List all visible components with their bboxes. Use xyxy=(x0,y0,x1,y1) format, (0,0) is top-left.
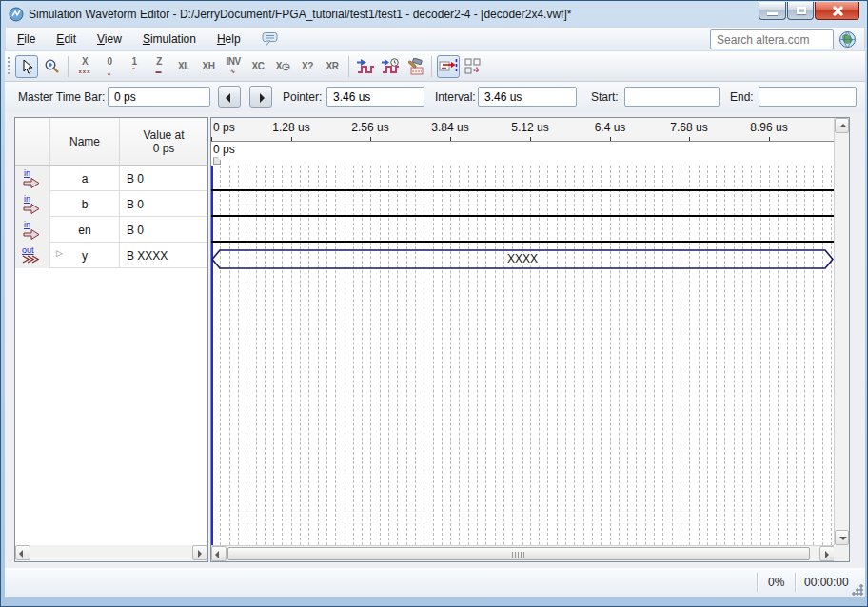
waveform-vertical-scrollbar[interactable] xyxy=(834,118,849,545)
grid-line xyxy=(699,166,700,545)
run-timing-simulation-button[interactable] xyxy=(379,55,402,78)
master-time-bar-input[interactable] xyxy=(108,87,210,107)
signal-row-b[interactable]: in b B 0 xyxy=(15,191,207,217)
time-bar-handle[interactable] xyxy=(213,157,221,165)
signal-row-en[interactable]: in en B 0 xyxy=(15,217,207,243)
svg-text:out: out xyxy=(22,245,34,255)
signal-row-y[interactable]: out ▷ y B XXXX xyxy=(15,243,207,268)
arbitrary-value-button[interactable]: XR xyxy=(321,55,344,78)
snap-to-grid-icon xyxy=(439,58,458,74)
signal-name[interactable]: ▷ y xyxy=(50,243,120,268)
signal-name[interactable]: en xyxy=(50,217,120,243)
count-value-button[interactable]: XC xyxy=(247,55,269,78)
menu-file[interactable]: File xyxy=(8,29,45,49)
toolbar-grip[interactable] xyxy=(8,57,10,76)
force-low-button[interactable]: 0⎵ xyxy=(98,55,121,78)
signal-value[interactable]: B XXXX xyxy=(120,243,207,268)
close-button[interactable] xyxy=(815,2,859,20)
waveform-b-low-line[interactable] xyxy=(211,215,834,217)
waveform-en-low-line[interactable] xyxy=(211,241,834,243)
invert-button[interactable]: INV∿ xyxy=(222,55,245,78)
resize-grip[interactable] xyxy=(851,583,863,596)
scrollbar-thumb[interactable] xyxy=(227,547,810,560)
grid-line xyxy=(760,166,761,545)
pointer-input[interactable] xyxy=(326,87,424,107)
table-horizontal-scrollbar[interactable] xyxy=(15,545,207,561)
force-unknown-button[interactable]: Xxxx xyxy=(73,55,96,78)
header-name[interactable]: Name xyxy=(50,118,120,166)
master-time-marker-label: 0 ps xyxy=(213,143,235,156)
grid-line xyxy=(681,166,681,545)
step-back-button[interactable] xyxy=(218,86,241,108)
scroll-left-button[interactable] xyxy=(15,545,30,560)
scroll-down-button[interactable] xyxy=(835,530,849,545)
weak-high-button[interactable]: XH xyxy=(197,55,220,78)
grid-line xyxy=(689,166,690,545)
grid-line xyxy=(724,166,725,545)
signal-table-panel: Name Value at 0 ps in a B 0 in xyxy=(14,117,208,562)
signal-value[interactable]: B 0 xyxy=(120,217,207,243)
force-high-impedance-button[interactable]: Z▬ xyxy=(148,55,170,78)
grid-line xyxy=(804,166,805,545)
selection-tool-button[interactable] xyxy=(15,55,38,78)
ruler-tick-label: 8.96 us xyxy=(750,121,787,134)
signal-row-a[interactable]: in a B 0 xyxy=(15,166,207,191)
start-label: Start: xyxy=(591,90,619,104)
grid-line xyxy=(353,166,354,545)
snap-to-grid-button[interactable] xyxy=(437,55,460,78)
overwrite-clock-button[interactable]: X◷ xyxy=(271,55,294,78)
signal-name[interactable]: a xyxy=(50,166,120,191)
grid-line xyxy=(512,166,513,545)
grid-line xyxy=(229,166,230,545)
signal-name[interactable]: b xyxy=(50,191,120,217)
scroll-right-button[interactable] xyxy=(192,545,207,560)
timeline-ruler[interactable]: 0 ps 1.28 us 2.56 us 3.84 us 5.12 us 6.4… xyxy=(211,118,834,142)
scroll-right-button[interactable] xyxy=(819,546,835,561)
waveform-a-low-line[interactable] xyxy=(211,189,834,191)
signal-value[interactable]: B 0 xyxy=(120,166,207,191)
signal-value[interactable]: B 0 xyxy=(120,191,207,217)
grid-line xyxy=(433,166,434,545)
weak-low-button[interactable]: XL xyxy=(172,55,195,78)
menu-simulation[interactable]: Simulation xyxy=(133,29,206,49)
end-input[interactable] xyxy=(759,87,857,107)
scroll-left-button[interactable] xyxy=(211,546,227,561)
grid-line xyxy=(370,166,371,545)
grid-line xyxy=(326,166,327,545)
scroll-up-button[interactable] xyxy=(835,118,849,133)
restore-button[interactable] xyxy=(787,2,814,20)
expand-triangle-icon[interactable]: ▷ xyxy=(56,248,63,258)
globe-icon[interactable] xyxy=(838,30,857,49)
menu-edit[interactable]: Edit xyxy=(47,29,86,49)
waveform-canvas[interactable]: XXXX xyxy=(211,166,834,545)
grid-line xyxy=(636,166,637,545)
search-input[interactable] xyxy=(710,29,834,49)
master-time-bar-line[interactable] xyxy=(211,166,213,545)
grid-line xyxy=(468,166,469,545)
start-input[interactable] xyxy=(624,87,720,107)
zoom-tool-button[interactable] xyxy=(40,55,63,78)
ruler-tick-label: 7.68 us xyxy=(670,121,707,134)
force-high-button[interactable]: 1⎴ xyxy=(123,55,146,78)
generate-testbench-button[interactable] xyxy=(404,55,426,78)
feedback-bubble-icon[interactable] xyxy=(262,31,279,47)
interval-input[interactable] xyxy=(478,87,577,107)
grid-line xyxy=(273,166,274,545)
menu-help[interactable]: Help xyxy=(207,29,250,49)
ruler-tick-label: 6.4 us xyxy=(595,121,626,134)
snap-to-transition-button[interactable] xyxy=(462,55,484,78)
grid-line xyxy=(450,166,451,545)
run-functional-simulation-button[interactable] xyxy=(354,55,377,78)
random-values-button[interactable]: X? xyxy=(296,55,319,78)
magnifier-icon xyxy=(44,58,60,74)
waveform-horizontal-scrollbar[interactable] xyxy=(211,545,835,561)
minimize-button[interactable] xyxy=(759,2,786,20)
step-forward-button[interactable] xyxy=(249,86,272,108)
time-bar-marker-strip[interactable]: 0 ps xyxy=(211,142,834,166)
header-value-at[interactable]: Value at 0 ps xyxy=(120,118,207,166)
thumb-grip xyxy=(512,552,525,558)
grid-line xyxy=(256,166,257,545)
grid-line xyxy=(769,166,770,545)
menu-view[interactable]: View xyxy=(88,29,131,49)
titlebar[interactable]: Simulation Waveform Editor - D:/JerryDoc… xyxy=(2,2,866,27)
